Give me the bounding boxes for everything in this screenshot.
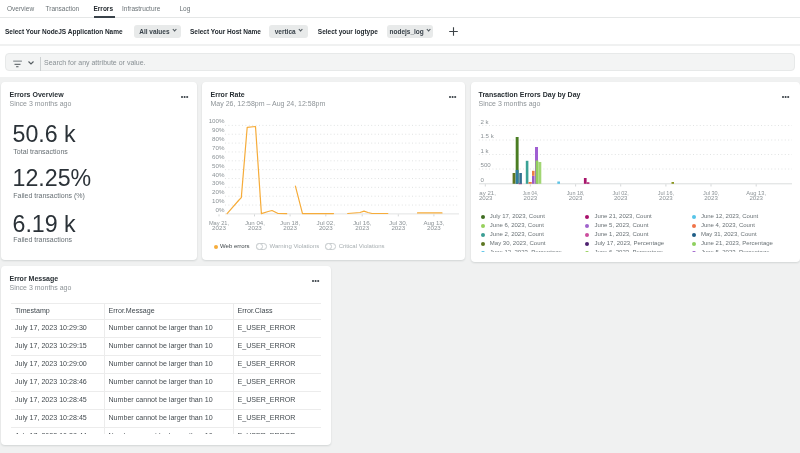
svg-text:20%: 20% bbox=[212, 188, 225, 195]
svg-text:90%: 90% bbox=[212, 126, 225, 133]
svg-text:70%: 70% bbox=[212, 144, 225, 151]
svg-text:50%: 50% bbox=[212, 162, 225, 169]
svg-text:10%: 10% bbox=[212, 197, 225, 204]
svg-text:2023: 2023 bbox=[523, 194, 537, 201]
svg-text:2023: 2023 bbox=[704, 194, 718, 201]
svg-text:30%: 30% bbox=[212, 179, 225, 186]
svg-text:2023: 2023 bbox=[659, 194, 673, 201]
svg-text:2023: 2023 bbox=[283, 224, 297, 231]
svg-text:0: 0 bbox=[480, 176, 484, 183]
svg-text:2023: 2023 bbox=[613, 194, 627, 201]
svg-text:100%: 100% bbox=[209, 117, 225, 124]
svg-text:2023: 2023 bbox=[355, 224, 369, 231]
svg-text:2023: 2023 bbox=[427, 224, 441, 231]
svg-text:2023: 2023 bbox=[248, 224, 262, 231]
svg-text:1.5 k: 1.5 k bbox=[480, 132, 494, 139]
svg-text:2023: 2023 bbox=[319, 224, 333, 231]
svg-text:2023: 2023 bbox=[749, 194, 763, 201]
svg-text:2 k: 2 k bbox=[480, 118, 489, 125]
svg-text:40%: 40% bbox=[212, 171, 225, 178]
svg-text:2023: 2023 bbox=[212, 224, 226, 231]
svg-text:2023: 2023 bbox=[568, 194, 582, 201]
svg-text:2023: 2023 bbox=[391, 224, 405, 231]
svg-text:0%: 0% bbox=[216, 206, 225, 213]
svg-text:80%: 80% bbox=[212, 135, 225, 142]
svg-text:2023: 2023 bbox=[478, 194, 492, 201]
svg-text:1 k: 1 k bbox=[480, 147, 489, 154]
svg-text:500: 500 bbox=[480, 161, 491, 168]
svg-text:60%: 60% bbox=[212, 153, 225, 160]
